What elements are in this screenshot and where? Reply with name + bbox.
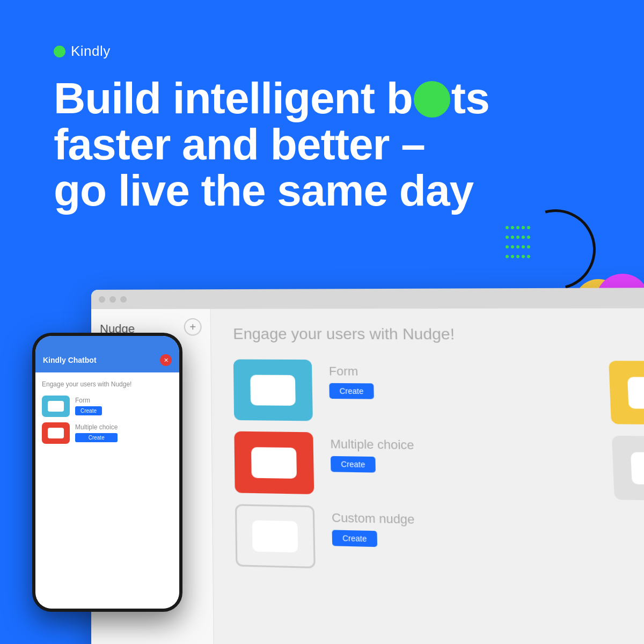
panel-dot-2 [109, 296, 116, 303]
chat-body: Engage your users with Nudge! Form Creat… [35, 372, 179, 609]
form-info: Form Create [328, 360, 592, 401]
panel-dot-1 [99, 296, 105, 303]
close-icon: ✕ [164, 357, 169, 364]
custom-nudge-info: Custom nudge Create [332, 506, 598, 552]
form-create-button[interactable]: Create [329, 383, 374, 399]
header: Kindly [54, 43, 111, 60]
custom-nudge-card-inner [252, 520, 298, 552]
panel-dot-3 [120, 296, 127, 303]
phone-screen: Kindly Chatbot ✕ Engage your users with … [35, 336, 179, 609]
phone-nudge-row-multiple: Multiple choice Create [42, 422, 173, 444]
chat-close-button[interactable]: ✕ [160, 354, 172, 366]
multiple-choice-create-button[interactable]: Create [331, 456, 376, 473]
form-card [233, 360, 313, 421]
brand-name: Kindly [71, 43, 111, 60]
sidebar-add-button[interactable]: + [184, 318, 202, 336]
phone-multiple-choice-label: Multiple choice [75, 423, 118, 431]
chat-header: Kindly Chatbot ✕ [35, 336, 179, 372]
chat-tagline: Engage your users with Nudge! [42, 380, 173, 389]
phone-form-thumb [42, 396, 70, 417]
panel-header-bar [91, 288, 644, 309]
form-label: Form [329, 364, 591, 380]
yellow-card-inner [627, 377, 644, 409]
custom-nudge-card [235, 504, 316, 568]
multiple-choice-card-inner [251, 447, 297, 479]
logo-dot [54, 46, 65, 57]
hero-title: Build intelligent bts faster and better … [54, 75, 537, 214]
phone-multiple-choice-create-button[interactable]: Create [75, 433, 118, 442]
custom-nudge-create-button[interactable]: Create [332, 530, 378, 547]
lightgray-card-inner [631, 452, 644, 485]
phone-multiple-choice-thumb [42, 422, 70, 444]
phone-multiple-choice-thumb-inner [48, 428, 64, 438]
multiple-choice-info: Multiple choice Create [330, 433, 595, 476]
phone-form-label: Form [75, 397, 102, 404]
phone-nudge-row-form: Form Create [42, 396, 173, 417]
phone-form-thumb-inner [48, 401, 64, 412]
green-o-dot [414, 81, 450, 118]
phone-form-info: Form Create [75, 397, 102, 415]
lightgray-card [612, 436, 644, 501]
panel-main: Engage your users with Nudge! Form Creat… [211, 308, 644, 644]
yellow-card [609, 361, 644, 425]
form-card-inner [250, 375, 295, 406]
chat-title: Kindly Chatbot [43, 356, 97, 364]
multiple-choice-card [234, 431, 314, 494]
phone-form-create-button[interactable]: Create [75, 406, 102, 415]
phone-mockup: Kindly Chatbot ✕ Engage your users with … [32, 333, 182, 612]
custom-nudge-label: Custom nudge [332, 510, 598, 531]
multiple-choice-label: Multiple choice [330, 437, 594, 455]
phone-multiple-choice-info: Multiple choice Create [75, 423, 118, 442]
hero-section: Build intelligent bts faster and better … [54, 75, 537, 214]
background: Kindly Build intelligent bts faster and … [0, 0, 644, 644]
panel-main-title: Engage your users with Nudge! [233, 325, 644, 343]
phone-nudge-list: Form Create Multiple choice Create [42, 396, 173, 444]
nudge-grid: Form Create Multiple choice Create [233, 360, 644, 579]
